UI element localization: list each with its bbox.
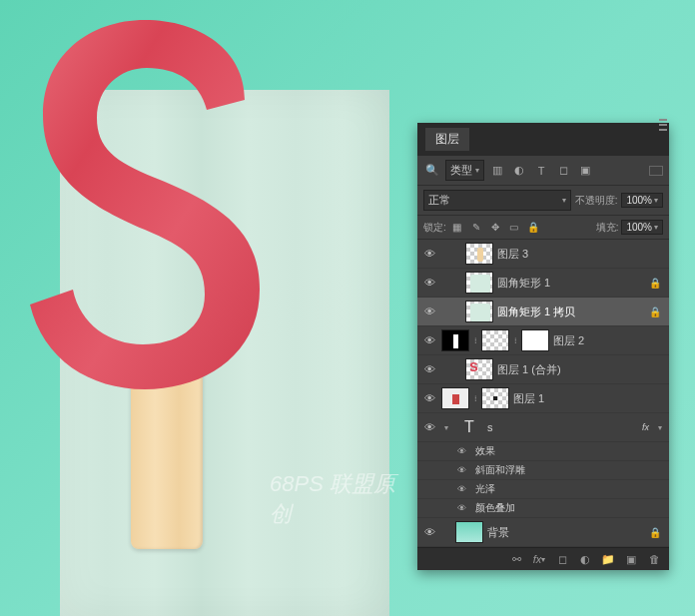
visibility-icon[interactable]: 👁 [421,246,437,262]
lock-transparency-icon[interactable]: ▦ [449,221,465,235]
panel-menu-icon[interactable] [659,119,667,131]
layer-name[interactable]: s [487,421,638,433]
filter-smart-icon[interactable]: ▣ [576,163,594,179]
layer-name[interactable]: 图层 2 [553,333,665,348]
layer-thumb[interactable] [455,521,483,543]
filter-pixel-icon[interactable]: ▥ [488,163,506,179]
layer-thumb[interactable] [441,329,469,351]
layer-thumb[interactable] [441,387,469,409]
layer-name[interactable]: 图层 1 [513,391,665,406]
layer-thumb[interactable] [465,358,493,380]
chevron-down-icon: ▾ [654,223,658,232]
layer-thumb[interactable] [481,387,509,409]
layer-name[interactable]: 图层 1 (合并) [497,362,665,377]
layer-row[interactable]: 👁 ⁞ 图层 1 [417,384,669,413]
filter-row: 🔍 类型 ▾ ▥ ◐ T ◻ ▣ [417,156,669,186]
visibility-icon[interactable]: 👁 [457,446,469,456]
opacity-label: 不透明度: [575,194,618,208]
visibility-icon[interactable]: 👁 [421,361,437,377]
search-icon[interactable]: 🔍 [423,163,441,179]
fx-expand-icon[interactable]: ▾ [655,423,665,432]
layer-row[interactable]: 👁 ▾ T s fx ▾ [417,413,669,442]
filter-label: 类型 [450,163,472,178]
panel-header: 图层 [417,123,669,156]
lock-pixels-icon[interactable]: ✎ [468,221,484,235]
watermark-text: 68PS 联盟原创 [270,469,409,529]
layer-thumb[interactable] [465,243,493,265]
mask-thumb[interactable] [521,329,549,351]
link-layers-icon[interactable]: ⚯ [507,551,525,567]
layer-name[interactable]: 背景 [487,525,645,540]
chevron-down-icon: ▾ [562,196,566,205]
chevron-down-icon: ▾ [475,166,479,175]
layer-thumb[interactable] [465,272,493,294]
blend-opacity-row: 正常 ▾ 不透明度: 100% ▾ [417,186,669,216]
layer-row-selected[interactable]: 👁 圆角矩形 1 拷贝 🔒 [417,298,669,326]
fx-header: 👁 效果 [417,442,669,461]
adjustment-layer-icon[interactable]: ◐ [576,551,594,567]
canvas-area: 68PS 联盟原创 [0,0,409,616]
layer-name[interactable]: 图层 3 [497,247,665,262]
opacity-value: 100% [626,195,652,206]
filter-adjust-icon[interactable]: ◐ [510,163,528,179]
filter-shape-icon[interactable]: ◻ [554,163,572,179]
visibility-icon[interactable]: 👁 [421,419,437,435]
layer-style-icon[interactable]: fx▾ [530,551,548,567]
layer-thumb[interactable] [465,301,493,322]
link-icon[interactable]: ⁞ [511,329,519,351]
layer-row[interactable]: 👁 图层 3 [417,240,669,269]
fx-icon[interactable]: fx [642,422,649,432]
delete-layer-icon[interactable]: 🗑 [645,551,663,567]
effect-name: 光泽 [475,482,495,496]
link-icon[interactable]: ⁞ [471,329,479,351]
layer-name[interactable]: 圆角矩形 1 拷贝 [497,305,645,319]
layers-list: 👁 图层 3 👁 圆角矩形 1 🔒 👁 圆角矩形 1 拷贝 🔒 👁 ⁞ [417,240,669,547]
lock-artboard-icon[interactable]: ▭ [506,221,522,235]
lock-label: 锁定: [423,221,446,235]
layer-row[interactable]: 👁 图层 1 (合并) [417,355,669,384]
layer-mask-icon[interactable]: ◻ [553,551,571,567]
layers-panel: 图层 🔍 类型 ▾ ▥ ◐ T ◻ ▣ 正常 ▾ 不透明度: 100% ▾ 锁定… [417,123,669,570]
opacity-input[interactable]: 100% ▾ [621,193,663,208]
link-icon[interactable]: ⁞ [471,387,479,409]
chevron-down-icon: ▾ [654,196,658,205]
filter-toggle[interactable] [649,166,663,176]
fill-input[interactable]: 100% ▾ [621,220,663,235]
visibility-icon[interactable]: 👁 [421,304,437,319]
blend-mode-value: 正常 [428,193,450,208]
blend-mode-dropdown[interactable]: 正常 ▾ [423,190,571,211]
lock-icon: 🔒 [649,278,661,289]
s-letter-shape [15,10,295,389]
layer-row[interactable]: 👁 圆角矩形 1 🔒 [417,269,669,298]
visibility-icon[interactable]: 👁 [457,465,469,475]
fx-item[interactable]: 👁 光泽 [417,480,669,499]
visibility-icon[interactable]: 👁 [457,484,469,494]
filter-type-icon[interactable]: T [532,163,550,179]
lock-all-icon[interactable]: 🔒 [525,221,541,235]
visibility-icon[interactable]: 👁 [421,524,437,540]
visibility-icon[interactable]: 👁 [421,275,437,291]
panel-footer: ⚯ fx▾ ◻ ◐ 📁 ▣ 🗑 [417,547,669,570]
fill-value: 100% [626,222,652,233]
effect-name: 斜面和浮雕 [475,463,525,477]
layer-name[interactable]: 圆角矩形 1 [497,276,645,291]
visibility-icon[interactable]: 👁 [457,503,469,513]
lock-icon: 🔒 [649,307,661,317]
layer-thumb[interactable] [481,329,509,351]
new-group-icon[interactable]: 📁 [599,551,617,567]
lock-icon: 🔒 [649,527,661,538]
lock-fill-row: 锁定: ▦ ✎ ✥ ▭ 🔒 填充: 100% ▾ [417,216,669,240]
panel-tab-layers[interactable]: 图层 [425,128,469,151]
layer-row[interactable]: 👁 背景 🔒 [417,518,669,547]
visibility-icon[interactable]: 👁 [421,390,437,406]
fx-item[interactable]: 👁 颜色叠加 [417,499,669,518]
effects-label: 效果 [475,444,495,458]
lock-position-icon[interactable]: ✥ [487,221,503,235]
layer-row[interactable]: 👁 ⁞ ⁞ 图层 2 [417,326,669,355]
new-layer-icon[interactable]: ▣ [622,551,640,567]
visibility-icon[interactable]: 👁 [421,332,437,348]
filter-type-dropdown[interactable]: 类型 ▾ [445,160,484,181]
expand-icon[interactable]: ▾ [441,423,451,432]
fx-item[interactable]: 👁 斜面和浮雕 [417,461,669,480]
text-layer-icon: T [455,416,483,438]
